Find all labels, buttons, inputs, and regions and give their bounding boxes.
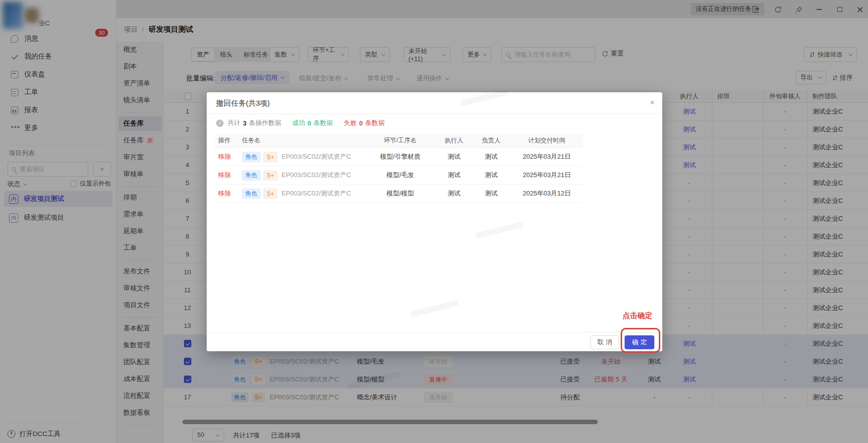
- modal-table-row: 移除角色S+EP003/SC02/测试资产C模型/模型测试测试2025年03月1…: [215, 185, 583, 203]
- modal-close-icon[interactable]: ×: [650, 98, 655, 108]
- task-type-tag: 角色: [242, 189, 261, 199]
- annotation-highlight-box: [621, 328, 660, 353]
- due-date-cell: 2025年03月21日: [511, 148, 583, 166]
- task-name: EP003/SC02/测试资产C: [282, 185, 351, 202]
- cancel-button[interactable]: 取消: [590, 335, 619, 349]
- modal-title: 撤回任务(共3项): [216, 99, 270, 108]
- modal-table-row: 移除角色S+EP003/SC02/测试资产C模型/毛发测试测试2025年03月2…: [215, 166, 583, 185]
- task-type-tag: 角色: [242, 152, 261, 162]
- task-level-tag: S+: [263, 189, 278, 199]
- modal-table-header: 操作 任务名 环节/工序名 执行人 负责人 计划交付时间: [215, 134, 583, 148]
- remove-link[interactable]: 移除: [218, 166, 231, 184]
- task-name: EP003/SC02/测试资产C: [282, 166, 351, 184]
- operation-summary: i 共计 3 条操作数据 成功 0 条数据 失败 0 条数据: [216, 118, 385, 128]
- success-count: 0: [307, 120, 311, 127]
- remove-link[interactable]: 移除: [218, 185, 231, 202]
- stage-cell: 模型/模型: [364, 185, 436, 202]
- executor-cell: 测试: [436, 185, 472, 202]
- task-type-tag: 角色: [242, 170, 261, 181]
- task-level-tag: S+: [263, 152, 278, 162]
- owner-cell: 测试: [472, 166, 511, 184]
- modal-footer: 取消 确定: [207, 332, 662, 351]
- due-date-cell: 2025年03月12日: [511, 185, 583, 202]
- fail-count: 0: [359, 120, 362, 127]
- owner-cell: 测试: [472, 185, 511, 202]
- total-count: 3: [243, 120, 246, 127]
- info-icon: i: [216, 120, 224, 127]
- executor-cell: 测试: [436, 148, 472, 166]
- divider: [207, 114, 662, 114]
- stage-cell: 模型/引擎材质: [364, 148, 436, 166]
- task-level-tag: S+: [263, 170, 278, 181]
- stage-cell: 模型/毛发: [364, 166, 436, 184]
- modal-table-row: 移除角色S+EP003/SC02/测试资产C模型/引擎材质测试测试2025年03…: [215, 148, 583, 166]
- remove-link[interactable]: 移除: [218, 148, 231, 166]
- task-name: EP003/SC02/测试资产C: [282, 148, 351, 166]
- withdraw-task-modal: 撤回任务(共3项) × i 共计 3 条操作数据 成功 0 条数据 失败 0 条…: [207, 92, 662, 351]
- executor-cell: 测试: [436, 166, 472, 184]
- due-date-cell: 2025年03月21日: [511, 166, 583, 184]
- owner-cell: 测试: [472, 148, 511, 166]
- app-window: 没有正在进行的任务 业C 消息30我的任务仪表盘工单报表•••更多 项目列表 +…: [0, 0, 868, 443]
- annotation-label: 点击确定: [623, 311, 652, 320]
